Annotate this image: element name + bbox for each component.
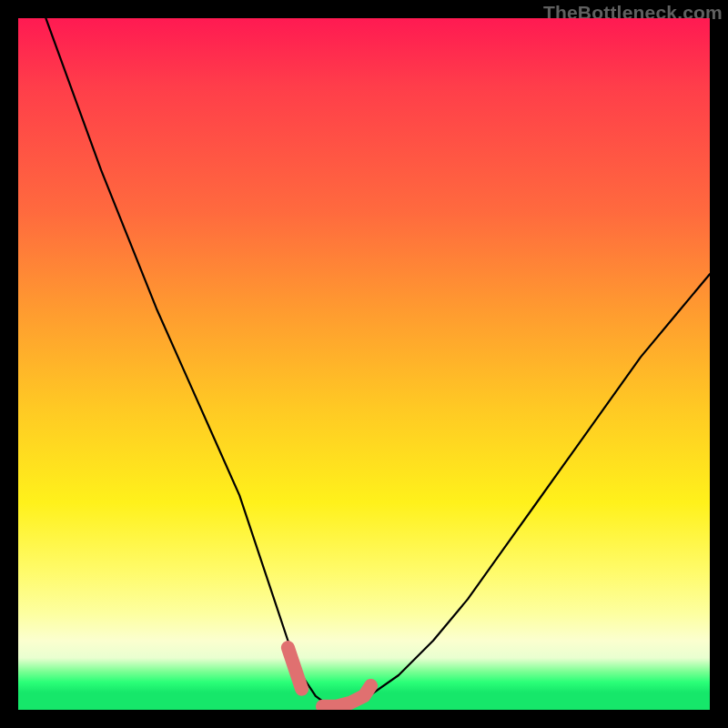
curve-layer (18, 18, 710, 710)
marker-bottom-run (322, 685, 370, 706)
chart-frame: TheBottleneck.com (0, 0, 728, 728)
plot-area (18, 18, 710, 710)
marker-left-run (288, 648, 301, 690)
bottleneck-curve (46, 18, 710, 706)
